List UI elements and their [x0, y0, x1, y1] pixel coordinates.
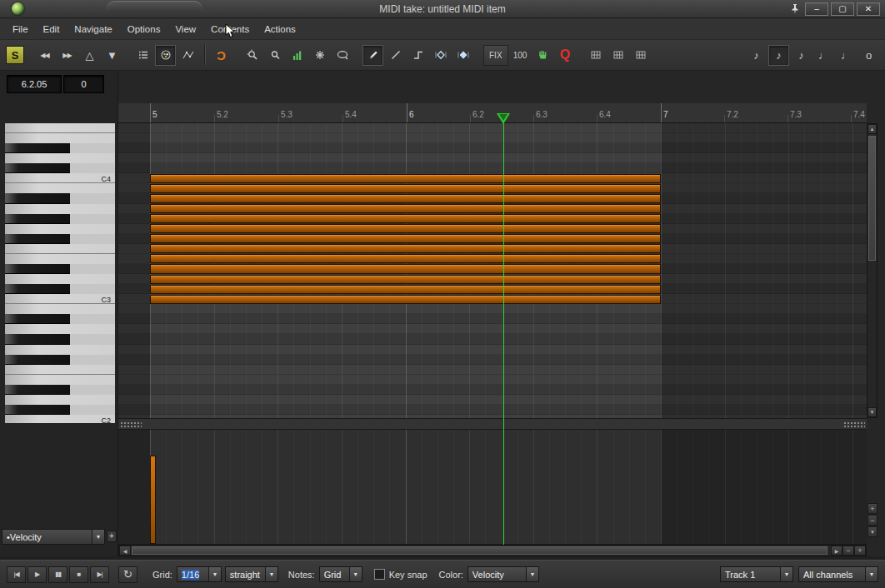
midi-note[interactable] — [150, 214, 661, 223]
grid-size-select[interactable]: 1/16 ▼ — [177, 566, 222, 582]
grid-settings-icon-2[interactable] — [608, 45, 629, 66]
scroll-left-icon[interactable]: ◀ — [119, 546, 131, 556]
h-zoom-in-button[interactable]: + — [854, 546, 866, 556]
piano-key-white[interactable] — [70, 385, 115, 395]
add-cc-lane-button[interactable]: + — [107, 531, 117, 542]
v-scrollbar[interactable]: ▲ ▼ — [867, 123, 878, 418]
note-length-half-icon[interactable]: ♩ — [836, 45, 857, 66]
midi-note[interactable] — [150, 275, 661, 284]
envelope-nodes-icon[interactable] — [178, 45, 198, 66]
hand-scroll-icon[interactable] — [532, 45, 553, 66]
piano-key-white[interactable] — [5, 365, 115, 375]
piano-key-white[interactable] — [5, 244, 115, 254]
h-scrollbar-thumb[interactable] — [132, 546, 828, 555]
fix-overlap-button[interactable]: FIX — [483, 45, 508, 66]
piano-key-black[interactable] — [5, 314, 70, 324]
piano-key-white[interactable] — [70, 284, 115, 294]
piano-key-white[interactable] — [70, 264, 115, 274]
menu-item-file[interactable]: File — [5, 18, 36, 40]
grid-settings-icon-3[interactable] — [631, 45, 652, 66]
piano-key-black[interactable] — [5, 214, 70, 224]
pause-button[interactable]: ▮▮ — [48, 566, 68, 583]
note-length-dotted-eighth-icon[interactable]: ♪ — [791, 45, 812, 66]
note-length-whole-icon[interactable]: o — [858, 45, 879, 66]
midi-note[interactable] — [150, 254, 661, 263]
track-select[interactable]: Track 1 ▼ — [720, 566, 793, 582]
piano-key-black[interactable] — [5, 334, 70, 344]
piano-key-white[interactable] — [5, 254, 115, 264]
splitter-grip-right[interactable] — [843, 421, 865, 428]
piano-key-black[interactable] — [5, 405, 70, 415]
piano-key-white[interactable] — [5, 415, 115, 423]
prev-measure-icon[interactable]: ◀◀ — [34, 45, 55, 66]
midi-note[interactable] — [150, 184, 661, 193]
piano-key-white[interactable] — [70, 334, 115, 344]
piano-key-black[interactable] — [5, 193, 70, 203]
midi-note[interactable] — [150, 285, 661, 294]
lane-zoom-in-button[interactable]: + — [868, 503, 878, 514]
piano-key-white[interactable] — [5, 224, 115, 234]
timeline-ruler[interactable]: 55.25.35.466.26.36.477.27.37.4 — [118, 103, 867, 123]
piano-key-white[interactable] — [5, 173, 115, 183]
line-tool-icon[interactable] — [385, 45, 406, 66]
repeat-button[interactable]: ↻ — [118, 566, 138, 583]
splitter-grip-left[interactable] — [120, 421, 142, 428]
notes-grid-select[interactable]: Grid ▼ — [319, 566, 362, 582]
color-mode-select[interactable]: Velocity ▼ — [468, 566, 539, 582]
piano-roll[interactable] — [118, 123, 867, 418]
note-length-quarter-icon[interactable]: ♩ — [813, 45, 834, 66]
event-list-view-icon[interactable] — [132, 45, 153, 66]
go-to-end-button[interactable]: ▶| — [90, 566, 109, 583]
midi-note[interactable] — [150, 204, 661, 213]
note-length-eighth-selected-icon[interactable]: ♪ — [768, 45, 789, 66]
lane-zoom-out-button[interactable]: − — [868, 515, 878, 526]
strength-value[interactable]: 100 — [510, 45, 531, 66]
channel-select[interactable]: All channels ▼ — [798, 566, 878, 582]
piano-key-white[interactable] — [5, 274, 115, 284]
midi-note[interactable] — [150, 224, 661, 233]
zoom-tool-icon[interactable] — [242, 45, 262, 66]
piano-key-white[interactable] — [70, 193, 115, 203]
key-snap-checkbox[interactable] — [374, 569, 385, 580]
scroll-down-icon[interactable]: ▼ — [868, 407, 877, 417]
h-scrollbar[interactable]: ◀ ▶ − + — [118, 545, 867, 556]
next-measure-icon[interactable]: ▶▶ — [57, 45, 78, 66]
edit-position-field[interactable]: 6.2.05 — [7, 75, 62, 93]
velocity-stalks-icon[interactable] — [287, 45, 308, 66]
piano-key-white[interactable] — [70, 314, 115, 324]
pin-icon[interactable] — [788, 2, 802, 16]
piano-key-white[interactable] — [5, 294, 115, 304]
midi-note[interactable] — [150, 264, 661, 273]
scatter-notes-icon[interactable] — [309, 45, 330, 66]
marquee-right-icon[interactable] — [452, 45, 473, 66]
grid-swing-select[interactable]: straight ▼ — [225, 566, 278, 582]
minimize-button[interactable]: – — [805, 2, 828, 16]
piano-key-white[interactable] — [70, 355, 115, 365]
dock-editor-icon[interactable]: Ɔ — [211, 45, 232, 66]
piano-key-black[interactable] — [5, 355, 70, 365]
piano-key-black[interactable] — [5, 264, 70, 274]
lane-scroll-down-icon[interactable]: ▼ — [868, 526, 878, 537]
piano-key-black[interactable] — [5, 143, 70, 153]
piano-key-white[interactable] — [5, 304, 115, 314]
cc-lane-select[interactable]: •Velocity ▼ — [2, 529, 105, 545]
piano-key-white[interactable] — [5, 395, 115, 405]
midi-note[interactable] — [150, 244, 661, 253]
grid-settings-icon-1[interactable] — [586, 45, 607, 66]
piano-key-white[interactable] — [5, 375, 115, 385]
menu-item-actions[interactable]: Actions — [257, 18, 303, 40]
piano-key-white[interactable] — [70, 234, 115, 244]
zoom-content-icon[interactable] — [264, 45, 285, 66]
piano-key-white[interactable] — [70, 143, 115, 153]
menu-item-options[interactable]: Options — [120, 18, 168, 40]
piano-key-black[interactable] — [5, 234, 70, 244]
scroll-up-icon[interactable]: ▲ — [868, 124, 877, 134]
piano-key-white[interactable] — [70, 214, 115, 224]
menu-item-navigate[interactable]: Navigate — [67, 18, 119, 40]
piano-key-white[interactable] — [70, 405, 115, 415]
midi-note[interactable] — [150, 234, 661, 243]
maximize-button[interactable]: ▢ — [831, 2, 854, 16]
close-button[interactable]: ✕ — [857, 2, 880, 16]
menu-item-view[interactable]: View — [168, 18, 203, 40]
draw-tool-icon[interactable] — [362, 45, 383, 66]
